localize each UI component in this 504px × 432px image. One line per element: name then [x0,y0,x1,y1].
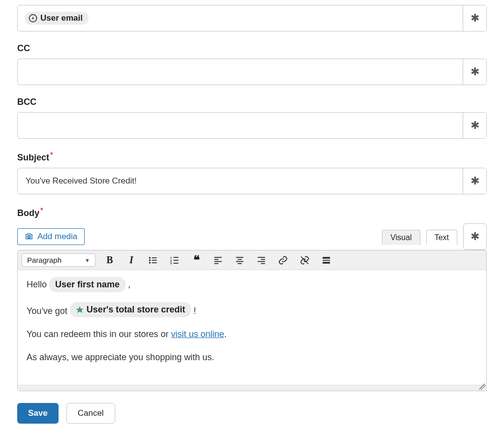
bcc-input-row[interactable]: ✱ [17,112,487,139]
numbered-list-button[interactable]: 123 [169,255,180,266]
bullet-list-button[interactable] [148,255,158,266]
blockquote-button[interactable]: ❝ [191,255,202,266]
to-chip-label: User email [40,13,83,23]
align-left-button[interactable] [213,255,223,266]
align-right-button[interactable] [256,255,267,266]
bold-button[interactable]: B [104,255,115,266]
svg-rect-7 [152,262,157,263]
svg-rect-19 [238,259,242,260]
body-field: Body* Add media Visual Text ✱ P [17,206,487,391]
cc-input[interactable] [25,59,456,85]
tab-visual[interactable]: Visual [382,230,420,245]
add-media-label: Add media [37,232,77,242]
asterisk-icon: ✱ [471,175,479,187]
svg-rect-20 [236,261,244,262]
svg-rect-9 [174,257,179,258]
bcc-merge-tag-button[interactable]: ✱ [463,113,486,138]
subject-input[interactable] [25,168,456,194]
svg-point-6 [149,262,151,263]
unlink-icon [300,255,310,265]
add-media-button[interactable]: Add media [17,228,85,245]
svg-rect-28 [323,260,330,261]
svg-point-1 [29,236,30,238]
form-actions: Save Cancel [17,403,487,424]
link-icon [278,255,288,265]
read-more-button[interactable] [321,255,332,266]
cc-label: CC [17,43,487,54]
body-text: ! [193,306,196,316]
svg-rect-24 [258,261,265,262]
body-label: Body* [17,206,487,218]
camera-music-icon [25,232,33,241]
cc-merge-tag-button[interactable]: ✱ [463,59,486,85]
align-right-icon [256,255,266,265]
to-input[interactable]: User email [18,5,463,31]
italic-button[interactable]: I [126,255,137,266]
body-text: , [128,279,130,289]
chevron-down-icon: ▼ [85,257,90,263]
bcc-field: BCC ✱ [17,97,487,139]
svg-rect-23 [261,259,265,260]
subject-field: Subject* ✱ [17,151,487,194]
cc-input-row[interactable]: ✱ [17,59,487,85]
svg-rect-17 [215,263,219,264]
svg-rect-27 [323,257,330,258]
to-merge-tag-button[interactable]: ✱ [463,5,486,31]
store-credit-icon [76,306,84,314]
svg-rect-11 [174,260,179,261]
bcc-label: BCC [17,97,487,107]
asterisk-icon: ✱ [471,65,479,78]
to-chip-user-email[interactable]: User email [25,12,89,25]
svg-rect-3 [152,257,157,258]
svg-rect-25 [261,263,265,264]
svg-rect-16 [215,261,222,262]
cancel-button[interactable]: Cancel [66,403,115,424]
subject-merge-tag-button[interactable]: ✱ [463,168,486,194]
cc-field: CC ✱ [17,43,487,85]
svg-point-2 [149,257,151,258]
editor-footer [18,385,486,391]
svg-rect-22 [258,257,265,258]
to-input-row[interactable]: User email ✱ [17,5,487,31]
asterisk-icon: ✱ [471,230,479,243]
asterisk-icon: ✱ [471,119,479,132]
svg-rect-15 [215,259,219,260]
link-button[interactable] [278,255,288,266]
format-select-value: Paragraph [27,256,62,264]
bolt-circle-icon [29,14,37,23]
svg-point-4 [149,259,151,261]
svg-rect-18 [236,257,244,258]
rich-text-editor: Paragraph ▼ B I 123 ❝ [17,250,487,391]
resize-handle[interactable] [479,384,485,390]
save-button[interactable]: Save [17,403,59,424]
editor-toolbar: Paragraph ▼ B I 123 ❝ [18,250,486,270]
align-left-icon [213,255,223,265]
bullet-list-icon [148,255,158,265]
tab-text[interactable]: Text [426,230,457,245]
subject-label: Subject* [17,151,487,163]
asterisk-icon: ✱ [471,12,479,25]
editor-content[interactable]: Hello User first name , You've got User'… [18,270,486,385]
unlink-button[interactable] [299,255,310,266]
subject-input-row[interactable]: ✱ [17,168,487,194]
token-user-first-name[interactable]: User first name [49,277,126,292]
body-text: As always, we appreciate you shopping wi… [27,351,477,364]
body-text: You've got [27,306,70,316]
align-center-button[interactable] [234,255,245,266]
svg-rect-29 [323,262,330,263]
body-text: . [224,329,227,339]
body-text: You can redeem this in our stores or [27,329,171,339]
bcc-input[interactable] [25,113,456,138]
to-field: User email ✱ [17,5,487,31]
svg-text:3: 3 [170,262,172,265]
svg-rect-13 [174,263,179,264]
svg-rect-5 [152,260,157,261]
body-text: Hello [27,279,49,289]
visit-online-link[interactable]: visit us online [171,329,224,339]
body-merge-tag-button[interactable]: ✱ [463,223,487,250]
token-user-store-credit[interactable]: User's total store credit [70,302,191,317]
read-more-icon [321,255,331,265]
required-indicator: * [50,151,53,158]
format-select[interactable]: Paragraph ▼ [22,253,95,267]
required-indicator: * [40,206,43,214]
